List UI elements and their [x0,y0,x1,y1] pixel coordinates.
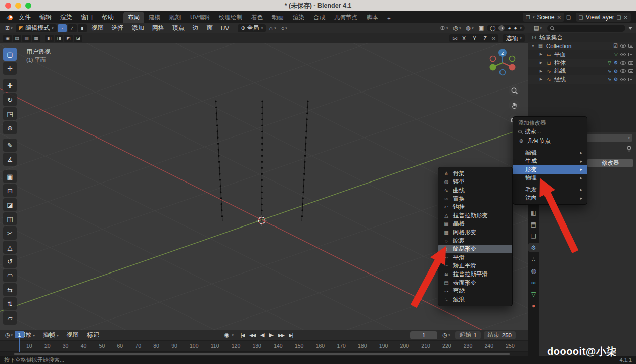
gizmos-dropdown[interactable]: ◎▾ [451,24,463,32]
hide-eye-icon[interactable] [620,61,626,65]
menu-item-simple-deform[interactable]: ≀简易形变 [438,245,512,253]
mirror-y-toggle[interactable]: Y [470,35,479,42]
exclude-checkbox[interactable]: ☑ [613,43,618,49]
tool-select-box[interactable]: ▢ [3,48,17,61]
next-keyframe-button[interactable]: ▶▶ [276,332,286,339]
expand-icon[interactable]: ▶ [539,69,543,73]
mirror-z-toggle[interactable]: Z [481,35,489,42]
shading-rendered-button[interactable]: ● [514,25,517,31]
header-toggle-icon[interactable]: ◧ [45,35,54,42]
render-visibility-icon[interactable] [628,53,633,56]
workspace-tab-scripting[interactable]: 脚本 [362,12,383,23]
menu-item-curve[interactable]: ∿曲线 [438,186,512,195]
header-toggle-icon[interactable]: ▦ [32,35,40,42]
blender-logo-icon[interactable] [5,14,14,21]
menu-edge[interactable]: 边 [189,23,202,33]
new-viewlayer-button[interactable]: ❏ [617,15,621,20]
object-row-cylinder[interactable]: ▶ ⊔ 柱体 ▽ ⚙ [528,59,636,67]
mode-selector[interactable]: ◩ 编辑模式 ▾ [16,24,57,32]
category-edit[interactable]: 编辑▸ [513,149,587,157]
header-toggle-icon[interactable]: ▥ [22,35,31,42]
collapse-icon[interactable]: ▼ [531,44,535,48]
workspace-tab-modeling[interactable]: 建模 [144,12,165,23]
object-row-warp-curve[interactable]: ▶ ∿ 经线 ∿ ⚙ [528,75,636,84]
transform-orientation-selector[interactable]: ⊕ 全局 ▾ [238,24,266,32]
filter-icon[interactable] [628,27,632,30]
play-reverse-button[interactable]: ◀ [258,331,266,339]
hide-eye-icon[interactable] [620,44,626,48]
menu-face[interactable]: 面 [203,23,216,33]
menu-item-cast[interactable]: ◍铸型 [438,178,512,187]
jump-to-end-button[interactable]: ▶| [287,332,295,339]
collection-row[interactable]: ▼ ▦ Collection ☑ [528,42,636,51]
menu-uv[interactable]: UV [217,24,233,33]
tool-edge-slide[interactable]: ⇆ [3,283,17,296]
use-preview-range-button[interactable]: ◷▾ [440,331,452,339]
workspace-tab-shading[interactable]: 着色 [247,12,267,23]
menu-file[interactable]: 文件 [15,12,35,23]
shading-material-button[interactable]: ◕ [508,25,511,31]
play-button[interactable]: ▶ [267,331,275,339]
tool-shear[interactable]: ▱ [3,311,17,325]
viewlayer-selector[interactable]: ❏ ViewLayer ❏ ✕ [576,13,631,22]
tool-shrink-fatten[interactable]: ⇅ [3,297,17,310]
render-tab[interactable]: ◧ [528,208,539,217]
menu-item-displace[interactable]: ≋置换 [438,195,512,203]
start-frame-field[interactable]: 起始1 [455,331,480,339]
menu-item-mesh-deform[interactable]: ▩网格形变 [438,228,512,237]
workspace-tab-uv[interactable]: UV编辑 [186,12,214,23]
menu-window[interactable]: 窗口 [77,12,97,23]
view-layer-tab[interactable]: ❏ [528,232,539,240]
overlays-dropdown[interactable]: ◍▾ [464,24,476,32]
material-tab[interactable]: ● [528,301,539,310]
menu-item-hook[interactable]: ↩钩挂 [438,203,512,211]
header-toggle-icon[interactable]: ◨ [55,35,63,42]
workspace-tab-animation[interactable]: 动画 [267,12,288,23]
edge-select-mode-button[interactable]: ∕ [68,24,77,32]
workspace-tab-compositing[interactable]: 合成 [309,12,330,23]
add-modifier-button[interactable]: 修改器 [587,159,633,167]
scene-collection-row[interactable]: ⊡ 场景集合 [528,33,636,42]
menu-view[interactable]: 视图 [88,23,107,33]
navigation-gizmo[interactable]: Z [483,43,522,82]
expand-icon[interactable]: ▶ [539,61,543,65]
menu-item-warp[interactable]: ↝弯绕 [438,287,512,295]
workspace-tab-layout[interactable]: 布局 [123,12,144,23]
outliner-search-input[interactable] [547,25,625,32]
pin-icon[interactable] [626,146,632,154]
tool-scale[interactable]: ◳ [3,107,17,120]
header-toggle-icon[interactable]: ◩ [64,35,73,42]
geometry-nodes-item[interactable]: ⊛ 几何节点 [513,136,587,145]
menu-add[interactable]: 添加 [128,23,148,33]
header-toggle-icon[interactable]: ◪ [74,35,82,42]
prev-keyframe-button[interactable]: ◀◀ [247,332,257,339]
tool-annotate[interactable]: ✎ [3,139,17,152]
tool-loop-cut[interactable]: ◫ [3,212,17,225]
expand-icon[interactable]: ▶ [539,77,543,81]
tool-knife[interactable]: ✂ [3,226,17,240]
timeline-editor-type-button[interactable]: ◷▾ [3,331,15,339]
menu-item-laplacian-deform[interactable]: △拉普拉斯形变 [438,211,512,220]
menu-item-shrinkwrap[interactable]: ◌缩裹 [438,237,512,245]
menu-item-lattice[interactable]: ▦晶格 [438,220,512,229]
snap-toggle[interactable]: ∩▾ [267,25,278,32]
physics-tab[interactable]: ◍ [528,266,539,275]
options-dropdown[interactable]: 选项 ▾ [503,34,525,42]
tool-measure[interactable]: ∡ [3,153,17,166]
xray-toggle[interactable]: ▣ [477,24,486,32]
visibility-dropdown[interactable]: ▾ [438,26,450,31]
tool-cursor[interactable]: ✛ [3,62,17,75]
tool-bevel[interactable]: ◪ [3,198,17,211]
scene-selector[interactable]: ❒ ▾ Scene ✕ [523,13,564,22]
zoom-button[interactable] [509,85,520,96]
tool-rotate[interactable]: ↻ [3,93,17,106]
menu-item-wave[interactable]: ≈波浪 [438,295,512,304]
render-visibility-icon[interactable] [628,44,633,48]
category-generate[interactable]: 生成▸ [513,157,587,166]
workspace-tab-texture-paint[interactable]: 纹理绘制 [214,12,247,23]
unlink-scene-icon[interactable]: ✕ [557,15,561,20]
category-normals[interactable]: 法向▸ [513,194,587,203]
remove-viewlayer-button[interactable]: ✕ [624,15,628,20]
hide-eye-icon[interactable] [620,53,626,56]
current-frame-field[interactable]: 1 [410,331,437,339]
